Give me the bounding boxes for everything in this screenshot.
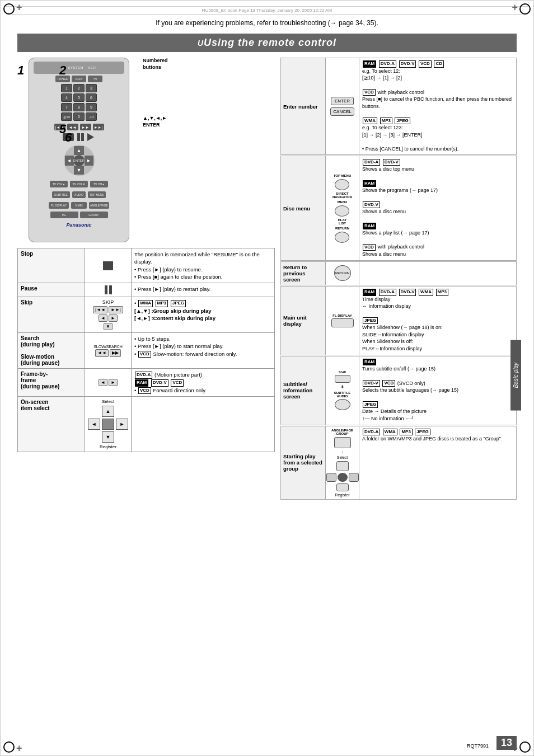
direct-nav-icon: DIRECTNAVIGATOR	[332, 192, 352, 199]
group-btn[interactable]: GROUP	[80, 212, 108, 218]
stop-icon	[103, 261, 113, 270]
badge-dvdv-en: DVD-V	[399, 60, 416, 67]
pause-label: Pause	[18, 283, 85, 297]
header-notice: If you are experiencing problems, refer …	[17, 19, 517, 27]
search-desc: • Up to 5 steps. • Press [►] (play) to s…	[132, 333, 275, 369]
num-btn-7[interactable]: 7	[61, 103, 72, 111]
group-btn-icon	[334, 437, 351, 448]
play-btn[interactable]	[77, 133, 84, 141]
disc-menu-label: Disc menu	[281, 156, 326, 260]
badge-vcd-fbf2: VCD	[138, 387, 151, 394]
remote-top-bar: AV SYSTEM VCR	[34, 62, 124, 74]
group-nav-center	[338, 473, 348, 482]
num-btn-1[interactable]: 1	[61, 84, 72, 92]
return-circle-btn: RETURN	[334, 265, 351, 281]
badge-dvdv-fbf: DVD-V	[151, 379, 168, 386]
num-btn-4[interactable]: 4	[61, 93, 72, 102]
group-nav-right	[349, 473, 359, 482]
sub-btn[interactable]: SUBTITLE	[52, 191, 70, 198]
angle-page-label: ANGLE/PAGEGROUP	[331, 429, 353, 435]
file-line: HU5908_En.book Page 13 Thursday, January…	[6, 6, 528, 15]
page-container: + + + + HU5908_En.book Page 13 Thursday,…	[0, 0, 534, 756]
badge-dvdv-md: DVD-V	[399, 289, 416, 295]
return-desc	[359, 262, 516, 285]
badge-vcd-dm: VCD	[363, 244, 376, 251]
badge-vcd-en: VCD	[419, 60, 432, 67]
enter-number-desc: RAM DVD-A DVD-V VCD CD e.g. To select 12…	[359, 58, 516, 154]
tv-vol-down-btn[interactable]: TV VOL▼	[70, 181, 88, 187]
anglepage-btn[interactable]: ANGLE/PAGE	[89, 202, 109, 209]
top-menu-btn2[interactable]: TOP MENU	[88, 191, 106, 198]
ffw-btn[interactable]: ►►	[80, 124, 91, 130]
subtitles-label: Subtitles/Informationscreen	[281, 356, 326, 425]
badge-ram-fbf: RAM	[135, 379, 148, 386]
select-label: On-screenitem select	[18, 397, 85, 452]
num-btn-8[interactable]: 8	[73, 103, 85, 111]
left-table: Stop The position is memorized while "RE…	[17, 248, 275, 452]
num-btn-2[interactable]: 2	[73, 84, 85, 92]
num-btn-ge10[interactable]: ≧10	[61, 112, 72, 121]
skip-label: Skip	[18, 297, 85, 333]
num-btn-3[interactable]: 3	[86, 84, 97, 92]
main-display-label: Main unit display	[281, 287, 326, 355]
basic-play-tab: Basic play	[510, 340, 521, 411]
fbf-icon-cell: ◄ ►	[85, 369, 132, 397]
enter-btn[interactable]: ENTER	[73, 155, 85, 166]
badge-cd-en: CD	[434, 60, 444, 67]
enter-number-label: Enter number	[281, 58, 326, 154]
badge-ram-en: RAM	[363, 60, 376, 67]
badge-ram-sub: RAM	[363, 359, 376, 365]
table-row-pause: Pause • Press [►] (play) to restart play…	[18, 283, 275, 297]
aux-btn[interactable]: AUX	[72, 76, 86, 82]
num-btn-5[interactable]: 5	[73, 93, 85, 102]
badge-wma: WMA	[138, 300, 153, 307]
dpad-down[interactable]: ▼	[74, 166, 84, 175]
badge-wma-md: WMA	[419, 289, 433, 295]
select-icon-cell: Select ▲ ◄ ► ▼ Register	[85, 397, 132, 452]
dpad-up[interactable]: ▲	[74, 146, 84, 155]
fbf-label: Frame-by-frame(during pause)	[18, 369, 85, 397]
label-2: 2	[59, 63, 66, 78]
badge-jpeg-sub: JPEG	[363, 401, 378, 408]
shift-label: Shift	[339, 370, 346, 374]
tv-ch-btn[interactable]: TV CH▲	[90, 181, 108, 187]
audio-btn[interactable]: AUDIO	[72, 191, 86, 198]
num-btn-6[interactable]: 6	[86, 93, 97, 102]
register-label: Register	[335, 493, 349, 497]
menu-circle	[335, 205, 349, 217]
num-btn-9[interactable]: 9	[86, 103, 97, 111]
dpad-right[interactable]: ►	[85, 156, 93, 166]
badge-dvdv-sub: DVD-V	[363, 380, 380, 387]
tv-vol-btn[interactable]: TV VOL▲	[50, 181, 68, 187]
pg-btn[interactable]: PG	[50, 212, 78, 218]
rew-btn[interactable]: ◄◄	[67, 124, 78, 130]
bottom-row: PG GROUP	[50, 212, 108, 218]
next-btn[interactable]: ►►|	[93, 124, 104, 130]
return-section: Return to previous screen RETURN	[280, 261, 517, 285]
group-desc: DVD-A WMA MP3 JPEG A folder on WMA/MP3 a…	[359, 426, 516, 499]
5min-btn[interactable]: 5 MIN	[71, 202, 87, 209]
page-number: 13	[496, 736, 517, 750]
skip-icon-cell: SKIP |◄◄ ►►| ◄ ► ▼	[85, 297, 132, 333]
table-row-fbf: Frame-by-frame(during pause) ◄ ► DVD-A (…	[18, 369, 275, 397]
play-triangle[interactable]	[87, 133, 95, 141]
page-code: RQT7991	[467, 743, 489, 749]
top-menu-circle	[335, 179, 349, 190]
corner-mark-tl	[3, 3, 15, 15]
misc-row-1: TV VOL▲ TV VOL▼ TV CH▲	[50, 181, 108, 187]
num-btn-extra[interactable]: -10	[86, 112, 97, 121]
fldisplay-btn[interactable]: FL DISPLAY	[49, 202, 69, 209]
menu-icon: MENU	[338, 200, 348, 204]
badge-jpeg-grp: JPEG	[415, 429, 430, 435]
number-grid: 1 2 3 4 5 6 7 8 9 ≧10 0 -10	[61, 84, 97, 121]
num-btn-0[interactable]: 0	[73, 112, 85, 121]
subtitles-icon: Shift + SUBTITLEAUDIO	[326, 356, 359, 425]
badge-wma-en: WMA	[363, 118, 377, 124]
top-menu-icon: TOP MENU	[334, 174, 351, 177]
badge-vcd-sub: VCD	[382, 380, 395, 387]
tv-btn[interactable]: TV	[88, 76, 102, 82]
badge-dvda-en: DVD-A	[379, 60, 396, 67]
dpad-left[interactable]: ◄	[65, 156, 74, 166]
label-5: 5	[59, 122, 66, 137]
select-right-btn: ►	[116, 419, 128, 430]
